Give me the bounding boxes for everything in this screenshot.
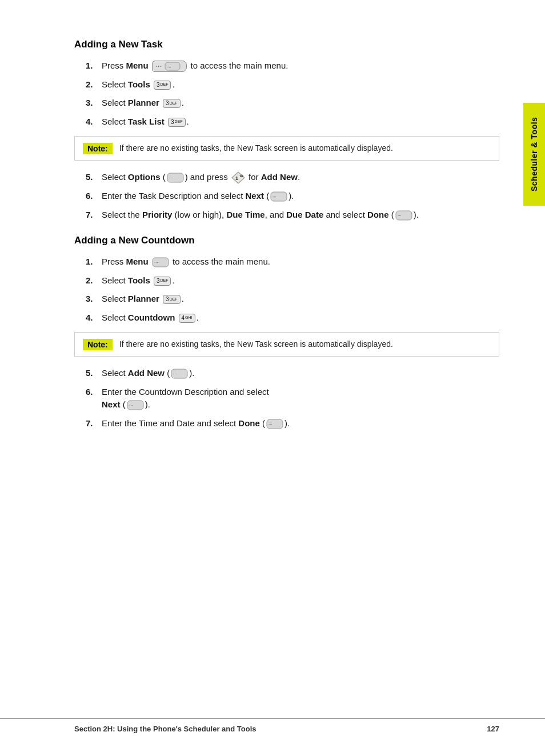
- tasklist-key-icon: 3DEF: [168, 118, 186, 127]
- svg-text:···: ···: [272, 194, 276, 199]
- note-text-2: If there are no existing tasks, the New …: [119, 338, 393, 350]
- svg-text:···: ···: [154, 260, 158, 265]
- menu-key-icon: ···: [152, 61, 187, 72]
- step-1-4: 4. Select Task List 3DEF.: [86, 115, 499, 129]
- svg-text:···: ···: [167, 65, 171, 70]
- section1-steps2-list: 5. Select Options ( ··· ) and press 1 ☎ …: [86, 171, 499, 221]
- page-footer: Section 2H: Using the Phone's Scheduler …: [0, 718, 545, 733]
- svg-text:☎: ☎: [239, 174, 244, 178]
- svg-text:···: ···: [169, 175, 173, 181]
- tools-key-icon: 3DEF: [154, 81, 171, 90]
- step-1-7: 7. Select the Priority (low or high), Du…: [86, 209, 499, 222]
- planner-key-icon-2: 3DEF: [163, 295, 181, 304]
- note-label-1: Note:: [83, 143, 113, 154]
- step-2-7: 7. Enter the Time and Date and select Do…: [86, 417, 499, 430]
- step-1-1: 1. Press Menu ··· to access the main men…: [86, 59, 499, 73]
- section2-steps2-list: 5. Select Add New ( ··· ). 6. Enter the …: [86, 367, 499, 430]
- step-2-3: 3. Select Planner 3DEF.: [86, 293, 499, 306]
- note-label-2: Note:: [83, 339, 113, 350]
- step-2-4: 4. Select Countdown 4GHI.: [86, 311, 499, 325]
- planner-key-icon: 3DEF: [163, 99, 181, 108]
- svg-text:···: ···: [398, 213, 402, 218]
- step-1-5: 5. Select Options ( ··· ) and press 1 ☎ …: [86, 171, 499, 184]
- svg-text:···: ···: [269, 422, 272, 427]
- step-2-2: 2. Select Tools 3DEF.: [86, 274, 499, 287]
- side-tab-label: Scheduler & Tools: [530, 117, 539, 191]
- note-box-2: Note: If there are no existing tasks, th…: [74, 332, 499, 357]
- step-2-5: 5. Select Add New ( ··· ).: [86, 367, 499, 380]
- svg-text:···: ···: [173, 371, 177, 377]
- footer-left: Section 2H: Using the Phone's Scheduler …: [74, 725, 257, 733]
- side-tab: Scheduler & Tools: [523, 103, 545, 206]
- section2-steps-list: 1. Press Menu ··· to access the main men…: [86, 255, 499, 324]
- step-1-2: 2. Select Tools 3DEF.: [86, 78, 499, 91]
- page-container: Scheduler & Tools Adding a New Task 1. P…: [0, 0, 545, 756]
- section2-heading: Adding a New Countdown: [74, 235, 499, 246]
- note-box-1: Note: If there are no existing tasks, th…: [74, 136, 499, 161]
- step-2-1: 1. Press Menu ··· to access the main men…: [86, 255, 499, 269]
- tools-key-icon-2: 3DEF: [154, 277, 171, 286]
- footer-right: 127: [487, 725, 499, 733]
- step-1-3: 3. Select Planner 3DEF.: [86, 97, 499, 110]
- step-2-6: 6. Enter the Countdown Description and s…: [86, 386, 499, 411]
- note-text-1: If there are no existing tasks, the New …: [119, 142, 393, 154]
- countdown-key-icon: 4GHI: [179, 314, 195, 323]
- section1-heading: Adding a New Task: [74, 39, 499, 50]
- section1-steps-list: 1. Press Menu ··· to access the main men…: [86, 59, 499, 128]
- svg-text:1: 1: [235, 175, 238, 181]
- step-1-6: 6. Enter the Task Description and select…: [86, 190, 499, 203]
- svg-text:···: ···: [129, 403, 133, 408]
